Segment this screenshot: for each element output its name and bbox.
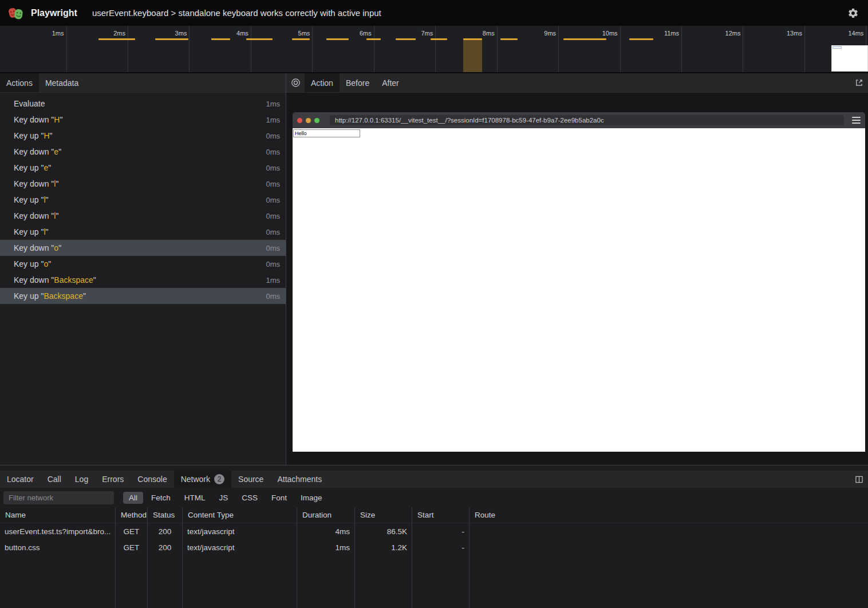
timeline-action-mark[interactable]	[463, 38, 482, 40]
action-row[interactable]: Key up "l"0ms	[0, 192, 286, 208]
open-snapshot-external-icon[interactable]	[850, 73, 868, 92]
action-row[interactable]: Key up "o"0ms	[0, 256, 286, 272]
tab-attachments[interactable]: Attachments	[270, 471, 329, 488]
action-row[interactable]: Key up "H"0ms	[0, 128, 286, 144]
network-cell: 1ms	[297, 539, 355, 555]
action-row[interactable]: Key down "l"0ms	[0, 176, 286, 192]
timeline-action-mark[interactable]	[326, 38, 349, 40]
timeline-tick-label: 6ms	[340, 30, 372, 37]
tab-locator-label: Locator	[7, 475, 34, 484]
filter-chip-fetch[interactable]: Fetch	[145, 492, 176, 504]
timeline-action-mark[interactable]	[629, 38, 653, 40]
tab-metadata[interactable]: Metadata	[39, 73, 85, 92]
split-columns-icon[interactable]	[850, 471, 868, 488]
tab-errors-label: Errors	[102, 475, 124, 484]
tab-after[interactable]: After	[376, 73, 405, 92]
timeline-action-mark[interactable]	[155, 38, 188, 40]
tab-source[interactable]: Source	[231, 471, 270, 488]
playwright-logo-icon	[8, 6, 24, 21]
timeline-action-mark[interactable]	[366, 38, 381, 40]
tab-actions-label: Actions	[6, 78, 33, 88]
timeline-gridline	[681, 26, 682, 73]
timeline-strip[interactable]: 1ms2ms3ms4ms5ms6ms7ms8ms9ms10ms11ms12ms1…	[0, 26, 868, 73]
pick-locator-target-icon[interactable]	[286, 73, 305, 92]
action-row[interactable]: Key up "l"0ms	[0, 224, 286, 240]
timeline-action-mark[interactable]	[211, 38, 230, 40]
action-row[interactable]: Key down "o"0ms	[0, 240, 286, 256]
timeline-action-mark[interactable]	[431, 38, 447, 40]
action-duration: 1ms	[266, 100, 280, 108]
filter-chip-js[interactable]: JS	[214, 492, 234, 504]
network-table-body: userEvent.test.ts?import&bro...GET200tex…	[0, 523, 868, 608]
timeline-tick-label: 8ms	[463, 30, 495, 37]
snapshot-page	[293, 128, 865, 452]
action-duration: 0ms	[266, 148, 280, 156]
column-header-size[interactable]: Size	[355, 507, 412, 523]
action-duration: 0ms	[266, 164, 280, 172]
column-header-route[interactable]: Route	[469, 507, 868, 523]
action-row[interactable]: Evaluate1ms	[0, 96, 286, 112]
tab-errors[interactable]: Errors	[95, 471, 131, 488]
tab-call[interactable]: Call	[41, 471, 68, 488]
network-row[interactable]: button.cssGET200text/javascript1ms1.2K-	[0, 539, 868, 555]
filter-chip-font[interactable]: Font	[266, 492, 293, 504]
action-key-name: e	[44, 163, 48, 172]
tab-log[interactable]: Log	[68, 471, 95, 488]
browser-chrome-bar: http://127.0.0.1:63315/__vitest_test__/?…	[293, 112, 865, 128]
bottom-tabbar: LocatorCallLogErrorsConsoleNetwork2Sourc…	[0, 471, 868, 488]
timeline-action-mark[interactable]	[396, 38, 416, 40]
tab-console[interactable]: Console	[131, 471, 173, 488]
filter-chip-css[interactable]: CSS	[236, 492, 263, 504]
timeline-ticks: 1ms2ms3ms4ms5ms6ms7ms8ms9ms10ms11ms12ms1…	[0, 26, 868, 72]
timeline-screenshot-thumbnail[interactable]	[831, 45, 868, 72]
filter-chip-image[interactable]: Image	[295, 492, 328, 504]
action-row[interactable]: Key up "Backspace"0ms	[0, 288, 286, 304]
timeline-action-mark[interactable]	[563, 38, 606, 40]
timeline-action-mark[interactable]	[292, 38, 310, 40]
column-header-method[interactable]: Method	[116, 507, 148, 523]
action-row[interactable]: Key down "e"0ms	[0, 144, 286, 160]
network-filter-input[interactable]	[3, 491, 114, 504]
action-row[interactable]: Key down "Backspace"1ms	[0, 272, 286, 288]
tab-action[interactable]: Action	[305, 73, 340, 92]
filler-cell	[355, 555, 412, 608]
timeline-action-mark[interactable]	[246, 38, 273, 40]
action-key-name: l	[44, 195, 45, 204]
tab-actions[interactable]: Actions	[0, 73, 39, 92]
filter-chip-html[interactable]: HTML	[179, 492, 211, 504]
column-header-content-type[interactable]: Content Type	[183, 507, 297, 523]
action-row[interactable]: Key down "l"0ms	[0, 208, 286, 224]
tab-before-label: Before	[346, 78, 369, 88]
action-row[interactable]: Key down "H"1ms	[0, 112, 286, 128]
traffic-light-green-icon	[314, 118, 319, 123]
settings-gear-icon[interactable]	[846, 6, 860, 20]
network-row[interactable]: userEvent.test.ts?import&bro...GET200tex…	[0, 523, 868, 539]
column-header-name[interactable]: Name	[0, 507, 116, 523]
action-title: Key down "e"	[14, 147, 266, 156]
action-title: Key down "Backspace"	[14, 275, 266, 285]
action-title: Key down "l"	[14, 179, 266, 188]
action-key-name: H	[44, 131, 49, 140]
timeline-action-mark[interactable]	[98, 38, 135, 40]
tab-network[interactable]: Network2	[174, 471, 231, 488]
tab-locator[interactable]: Locator	[0, 471, 41, 488]
column-header-start[interactable]: Start	[412, 507, 469, 523]
column-header-status[interactable]: Status	[148, 507, 183, 523]
timeline-selected-range	[463, 40, 482, 72]
action-duration: 0ms	[266, 260, 280, 269]
actions-tabbar: ActionsMetadata	[0, 73, 286, 93]
network-cell: button.css	[0, 539, 116, 555]
network-count-badge: 2	[214, 474, 224, 484]
tab-after-label: After	[382, 78, 399, 88]
column-header-duration[interactable]: Duration	[297, 507, 355, 523]
filter-chip-all[interactable]: All	[123, 492, 143, 504]
action-row[interactable]: Key up "e"0ms	[0, 160, 286, 176]
timeline-action-mark[interactable]	[500, 38, 518, 40]
action-title: Key up "e"	[14, 163, 266, 172]
timeline-gridline	[312, 26, 313, 73]
tab-before[interactable]: Before	[340, 73, 376, 92]
action-title: Key down "H"	[14, 115, 266, 124]
tab-call-label: Call	[48, 475, 61, 484]
snapshot-text-input[interactable]	[293, 129, 360, 137]
filler-cell	[116, 555, 148, 608]
